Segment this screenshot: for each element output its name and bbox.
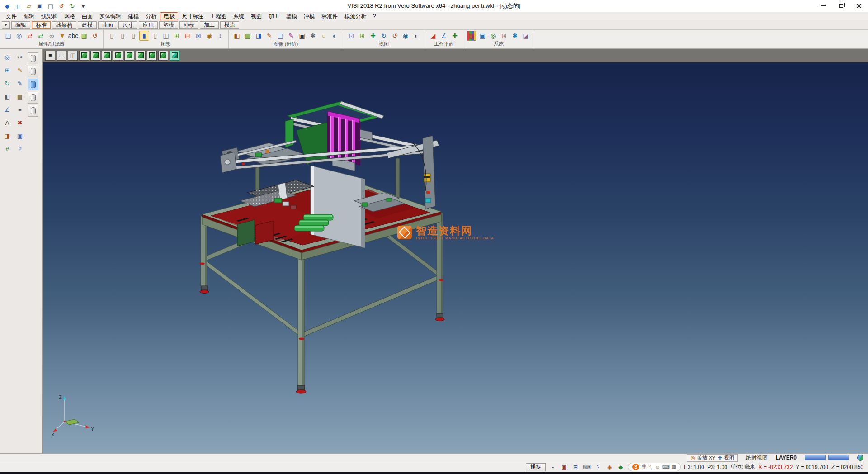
menu-solid-edit[interactable]: 实体编辑 — [96, 13, 124, 20]
fill-color-icon[interactable]: ◨ — [2, 130, 13, 141]
previous-view-icon[interactable]: ↺ — [390, 31, 400, 41]
calculator-icon[interactable]: ⊞ — [499, 31, 509, 41]
overlay-zoom-label[interactable]: 缩放 XY — [698, 455, 716, 461]
image-mixed-icon[interactable]: ◨ — [254, 31, 264, 41]
toolbar-options-icon[interactable]: ▾ — [79, 1, 88, 10]
swap-properties-icon[interactable]: ⇄ — [25, 31, 35, 41]
attribute-page-icon[interactable]: ▤ — [3, 31, 13, 41]
menu-standard-parts[interactable]: 标准件 — [318, 13, 341, 20]
image-settings-icon[interactable]: ✱ — [308, 31, 318, 41]
tab-application[interactable]: 应用 — [139, 21, 158, 29]
print-icon[interactable]: ▤ — [46, 1, 55, 10]
filter-slot-4-icon[interactable] — [28, 92, 38, 104]
menu-modeling[interactable]: 建模 — [125, 13, 142, 20]
graphics-db-sync-icon[interactable]: ↕ — [215, 31, 225, 41]
iso-view-8-icon[interactable] — [158, 51, 168, 61]
iso-view-3-icon[interactable] — [102, 51, 112, 61]
graphics-style-5-icon[interactable]: ▯ — [150, 31, 160, 41]
image-shade-icon[interactable]: ◧ — [232, 31, 242, 41]
menu-mold[interactable]: 塑模 — [283, 13, 300, 20]
screen-capture-icon[interactable]: ▣ — [560, 463, 568, 471]
tab-edit[interactable]: 编辑 — [11, 21, 30, 29]
graphics-active-style-icon[interactable]: ▮ — [139, 31, 149, 41]
shading-icon[interactable]: ◧ — [2, 91, 13, 102]
help-pointer-icon[interactable]: ? — [594, 463, 602, 471]
ime-punct-icon[interactable]: °, — [649, 465, 652, 470]
link-entities-icon[interactable]: ∞ — [47, 31, 57, 41]
open-folder-icon[interactable]: ▱ — [24, 1, 33, 10]
render-view-icon[interactable]: ◐ — [411, 31, 421, 41]
dynamic-view-icon[interactable] — [170, 51, 179, 61]
tab-dimension[interactable]: 尺寸 — [118, 21, 137, 29]
graphics-db-add-icon[interactable]: ⊞ — [172, 31, 182, 41]
sogou-logo-icon[interactable]: S — [632, 464, 639, 470]
filter-funnel-icon[interactable]: ▼ — [57, 31, 67, 41]
notes-icon[interactable]: ▤ — [14, 91, 25, 102]
overlay-zoom-icon[interactable]: ◎ — [690, 455, 695, 461]
sketch-pencil-icon[interactable]: ✎ — [14, 65, 25, 76]
cube-status-icon[interactable]: ◆ — [617, 463, 625, 471]
image-wire-icon[interactable]: ▦ — [243, 31, 253, 41]
restore-button[interactable] — [832, 0, 850, 12]
dynamic-rotate-icon[interactable]: ↻ — [2, 78, 13, 89]
system-display-icon[interactable]: ▣ — [477, 31, 487, 41]
workplane-view-icon[interactable]: ✚ — [450, 31, 460, 41]
pan-view-icon[interactable]: ✚ — [368, 31, 378, 41]
tab-flow[interactable]: 模流 — [220, 21, 239, 29]
iso-view-6-icon[interactable] — [136, 51, 146, 61]
graphics-db-remove-icon[interactable]: ⊟ — [183, 31, 193, 41]
menu-flow-analysis[interactable]: 模流分析 — [341, 13, 369, 20]
ime-emoji-icon[interactable]: ☺ — [655, 465, 660, 470]
view-menu-icon[interactable]: ≡ — [45, 51, 55, 61]
zoom-select-icon[interactable]: ◎ — [2, 52, 13, 62]
copy-entity-icon[interactable]: ▣ — [14, 130, 25, 141]
minimize-button[interactable] — [814, 0, 832, 12]
menu-file[interactable]: 文件 — [3, 13, 20, 20]
rotate-view-icon[interactable]: ↻ — [379, 31, 389, 41]
keyboard-status-icon[interactable]: ⌨ — [583, 463, 591, 471]
redo-icon[interactable]: ↻ — [68, 1, 77, 10]
zoom-fit-icon[interactable]: ⊞ — [357, 31, 367, 41]
text-tool-icon[interactable]: A — [2, 117, 13, 128]
tab-standard[interactable]: 标准 — [32, 21, 51, 29]
menu-surface[interactable]: 曲面 — [79, 13, 96, 20]
grid-edit-icon[interactable]: ⊞ — [2, 65, 13, 76]
menu-electrode[interactable]: 电极 — [160, 12, 178, 20]
list-icon[interactable]: ≡ — [14, 104, 25, 115]
iso-view-7-icon[interactable] — [147, 51, 157, 61]
graphics-style-1-icon[interactable]: ▯ — [107, 31, 117, 41]
workplane-entity-icon[interactable]: ∠ — [439, 31, 449, 41]
menu-mesh[interactable]: 网格 — [61, 13, 78, 20]
text-filter-icon[interactable]: abc — [68, 31, 78, 41]
new-document-icon[interactable]: ▯ — [14, 1, 23, 10]
close-button[interactable] — [850, 0, 868, 12]
tab-mold[interactable]: 塑模 — [159, 21, 178, 29]
filter-slot-1-icon[interactable] — [28, 52, 38, 64]
active-layer-label[interactable]: LAYER0 — [776, 455, 797, 461]
globe-icon[interactable]: ◎ — [488, 31, 498, 41]
hatch-icon[interactable]: # — [2, 143, 13, 154]
graphics-style-2-icon[interactable]: ▯ — [118, 31, 127, 41]
iso-view-5-icon[interactable] — [124, 51, 134, 61]
menu-help[interactable]: ? — [370, 13, 379, 20]
tab-modeling[interactable]: 建模 — [78, 21, 97, 29]
menu-analysis[interactable]: 分析 — [142, 13, 160, 20]
lock-icon[interactable]: ▪ — [549, 463, 557, 471]
angle-measure-icon[interactable]: ∠ — [2, 104, 13, 115]
menu-drawing[interactable]: 工程图 — [207, 13, 230, 20]
menu-edit[interactable]: 编辑 — [20, 13, 38, 20]
section-icon[interactable]: ◪ — [521, 31, 531, 41]
zoom-window-icon[interactable]: ⊡ — [346, 31, 356, 41]
image-material-icon[interactable]: ◐ — [330, 31, 340, 41]
delete-icon[interactable]: ✖ — [14, 117, 25, 128]
image-capture-icon[interactable]: ▣ — [297, 31, 307, 41]
snap-toggle-button[interactable]: 捕捉 — [526, 463, 546, 471]
compass-icon[interactable]: ◉ — [605, 463, 613, 471]
ime-keyboard-icon[interactable]: ⌨ — [662, 464, 670, 470]
workplane-standard-icon[interactable]: ◢ — [428, 31, 438, 41]
view-single-icon[interactable]: □ — [57, 51, 66, 61]
info-icon[interactable]: ? — [14, 143, 25, 154]
image-edit-pencil-icon[interactable]: ✎ — [264, 31, 274, 41]
grid-snap-icon[interactable]: ⊞ — [571, 463, 580, 471]
trim-entity-icon[interactable]: ✂ — [14, 52, 25, 62]
